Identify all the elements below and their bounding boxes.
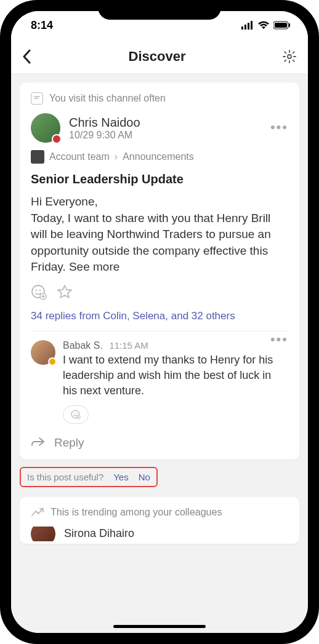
svg-rect-3 <box>251 21 252 30</box>
svg-rect-2 <box>248 23 249 30</box>
channel-icon <box>31 92 43 105</box>
svg-point-7 <box>288 55 291 58</box>
reply-author-avatar[interactable] <box>31 340 55 365</box>
post-more-button[interactable]: ••• <box>270 119 288 135</box>
feedback-yes-button[interactable]: Yes <box>113 472 128 482</box>
add-reaction-button[interactable] <box>31 284 47 300</box>
reply-timestamp: 11:15 AM <box>109 340 148 351</box>
battery-icon <box>273 21 291 30</box>
trending-icon <box>31 507 44 517</box>
feedback-no-button[interactable]: No <box>139 472 150 482</box>
channel-breadcrumb[interactable]: Account team › Announcements <box>31 150 288 164</box>
svg-point-14 <box>76 413 77 413</box>
back-button[interactable] <box>22 49 32 64</box>
svg-point-13 <box>74 413 75 413</box>
chevron-right-icon: › <box>115 151 118 162</box>
settings-button[interactable] <box>282 49 297 64</box>
post-hint-text: You visit this channel often <box>49 93 166 104</box>
page-title: Discover <box>129 49 186 65</box>
status-time: 8:14 <box>31 19 53 32</box>
save-button[interactable] <box>57 284 73 300</box>
post-card: You visit this channel often Chris Naido… <box>20 82 299 459</box>
replies-summary-link[interactable]: 34 replies from Colin, Selena, and 32 ot… <box>31 310 288 322</box>
reply-item: Babak S. 11:15 AM I want to extend my th… <box>31 331 288 424</box>
svg-rect-6 <box>289 23 290 27</box>
post-body-greeting: Hi Everyone, <box>31 195 98 208</box>
cellular-icon <box>241 21 254 30</box>
author-avatar[interactable] <box>31 113 60 143</box>
feedback-question: Is this post useful? <box>27 472 103 482</box>
team-icon <box>31 150 44 164</box>
reply-more-button[interactable]: ••• <box>270 332 288 348</box>
reply-arrow-icon <box>31 437 46 449</box>
reply-add-reaction-button[interactable] <box>63 405 89 424</box>
post-hint: You visit this channel often <box>31 92 288 105</box>
author-avatar[interactable] <box>31 527 55 541</box>
feedback-prompt: Is this post useful? Yes No <box>20 467 158 487</box>
reply-label: Reply <box>54 436 84 450</box>
post-hint-text: This is trending among your colleagues <box>50 507 222 518</box>
channel-name: Announcements <box>123 151 194 162</box>
reply-button[interactable]: Reply <box>31 436 288 450</box>
svg-rect-5 <box>275 23 287 28</box>
nav-bar: Discover <box>11 39 308 74</box>
post-title: Senior Leadership Update <box>31 172 288 186</box>
post-card-next: This is trending among your colleagues S… <box>20 497 299 544</box>
post-hint: This is trending among your colleagues <box>31 507 288 518</box>
reply-text: I want to extend my thanks to Henry for … <box>63 352 288 399</box>
author-name[interactable]: Sirona Dihairo <box>64 527 134 540</box>
wifi-icon <box>257 21 270 30</box>
presence-busy-icon <box>52 134 62 144</box>
presence-away-icon <box>48 357 57 366</box>
post-body-text: Today, I want to share with you that Hen… <box>31 212 271 274</box>
svg-rect-1 <box>244 25 246 30</box>
feed-scroll[interactable]: You visit this channel often Chris Naido… <box>11 74 308 633</box>
post-body: Hi Everyone, Today, I want to share with… <box>31 194 288 276</box>
svg-point-9 <box>36 290 37 291</box>
home-indicator[interactable] <box>113 625 206 628</box>
team-name: Account team <box>49 151 110 162</box>
see-more-link[interactable]: See more <box>69 260 119 273</box>
post-timestamp: 10/29 9:30 AM <box>69 130 140 141</box>
author-name[interactable]: Chris Naidoo <box>69 116 140 130</box>
reply-author-name[interactable]: Babak S. <box>63 340 103 351</box>
svg-point-10 <box>39 290 41 291</box>
svg-rect-0 <box>241 26 243 30</box>
